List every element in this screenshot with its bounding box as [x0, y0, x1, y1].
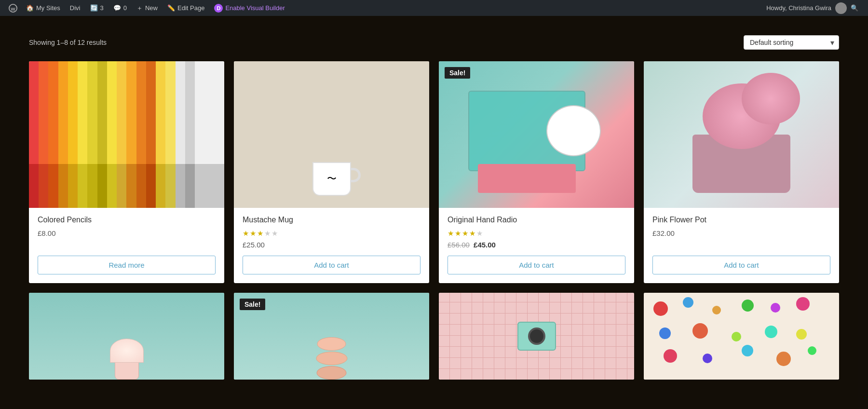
updates-icon: 🔄 — [90, 4, 98, 12]
product-info-original-hand-radio: Original Hand Radio ★ ★ ★ ★ ★ £56.00 £45… — [439, 208, 634, 283]
mug-handle — [351, 168, 361, 182]
search-icon[interactable]: 🔍 — [851, 4, 858, 12]
plus-icon: ＋ — [136, 4, 143, 13]
product-price-pink-flower-pot: £32.00 — [652, 229, 830, 237]
sort-select[interactable]: Default sorting Sort by popularity Sort … — [744, 35, 839, 50]
price-old: £56.00 — [448, 241, 470, 249]
product-card-vintage-camera — [439, 293, 634, 380]
divi-menu[interactable]: Divi — [65, 0, 85, 16]
buttons-image — [644, 293, 839, 380]
product-price-colored-pencils: £8.00 — [38, 229, 216, 237]
star-3: ★ — [257, 229, 263, 238]
product-title-original-hand-radio: Original Hand Radio — [448, 216, 625, 224]
star-2: ★ — [250, 229, 256, 238]
product-image-colored-pencils — [29, 61, 224, 208]
radio-image — [439, 61, 634, 208]
product-card-colorful-buttons — [644, 293, 839, 380]
product-price-mustache-mug: £25.00 — [243, 241, 420, 249]
product-grid: Colored Pencils £8.00 Read more 〜 — [29, 61, 839, 380]
visual-builder-button[interactable]: D Enable Visual Builder — [209, 0, 289, 16]
my-sites-label: My Sites — [36, 4, 60, 12]
content-area: Showing 1–8 of 12 results Default sortin… — [29, 35, 839, 380]
divi-label: Divi — [70, 4, 81, 12]
star-1: ★ — [243, 229, 249, 238]
new-menu[interactable]: ＋ New — [132, 0, 163, 16]
new-label: New — [145, 4, 158, 12]
sale-badge-macarons: Sale! — [240, 299, 265, 310]
price-sale: £45.00 — [474, 241, 496, 249]
svg-text:W: W — [11, 6, 15, 11]
star-4: ★ — [469, 229, 475, 238]
product-card-macarons: Sale! — [234, 293, 429, 380]
product-info-mustache-mug: Mustache Mug ★ ★ ★ ★ ★ £25.00 Add to car… — [234, 208, 429, 283]
results-count: Showing 1–8 of 12 results — [29, 39, 107, 46]
product-rating-mustache-mug: ★ ★ ★ ★ ★ — [243, 229, 420, 238]
read-more-button-colored-pencils[interactable]: Read more — [38, 256, 216, 274]
divi-d-icon: D — [214, 4, 223, 13]
mug-image: 〜 — [234, 61, 429, 208]
mug-shape: 〜 — [312, 162, 351, 196]
my-sites-menu[interactable]: 🏠 My Sites — [21, 0, 65, 16]
product-title-colored-pencils: Colored Pencils — [38, 216, 216, 224]
mug-mustache-icon: 〜 — [327, 172, 337, 185]
product-price-original-hand-radio: £56.00 £45.00 — [448, 241, 625, 249]
product-info-pink-flower-pot: Pink Flower Pot £32.00 Add to cart — [644, 208, 839, 283]
edit-page-label: Edit Page — [177, 4, 204, 12]
product-image-vintage-camera — [439, 293, 634, 380]
product-card-colored-pencils: Colored Pencils £8.00 Read more — [29, 61, 224, 283]
wp-logo-icon[interactable]: W — [5, 0, 21, 16]
page-wrapper: Showing 1–8 of 12 results Default sortin… — [0, 16, 868, 409]
pencil-icon: ✏️ — [167, 4, 175, 12]
add-to-cart-button-pink-flower-pot[interactable]: Add to cart — [652, 256, 830, 274]
add-to-cart-button-original-hand-radio[interactable]: Add to cart — [448, 256, 625, 274]
product-image-colorful-buttons — [644, 293, 839, 380]
comments-count: 0 — [123, 4, 127, 12]
edit-page-button[interactable]: ✏️ Edit Page — [163, 0, 209, 16]
product-image-original-hand-radio: Sale! — [439, 61, 634, 208]
product-image-macarons: Sale! — [234, 293, 429, 380]
home-icon: 🏠 — [26, 4, 34, 12]
star-2: ★ — [455, 229, 461, 238]
flower-image — [644, 61, 839, 208]
product-image-pink-flower-pot — [644, 61, 839, 208]
avatar — [835, 2, 847, 14]
product-rating-original-hand-radio: ★ ★ ★ ★ ★ — [448, 229, 625, 238]
product-card-mustache-mug: 〜 Mustache Mug ★ ★ ★ ★ ★ — [234, 61, 429, 283]
star-5: ★ — [271, 229, 278, 238]
admin-user-info: Howdy, Christina Gwira 🔍 — [766, 2, 863, 14]
updates-menu[interactable]: 🔄 3 — [85, 0, 108, 16]
updates-count: 3 — [100, 4, 104, 12]
admin-bar: W 🏠 My Sites Divi 🔄 3 💬 0 ＋ New ✏️ Edit … — [0, 0, 868, 16]
product-card-pink-flower-pot: Pink Flower Pot £32.00 Add to cart — [644, 61, 839, 283]
visual-builder-label: Enable Visual Builder — [225, 4, 285, 12]
add-to-cart-button-mustache-mug[interactable]: Add to cart — [243, 256, 420, 274]
sale-badge-radio: Sale! — [445, 67, 470, 79]
comments-menu[interactable]: 💬 0 — [108, 0, 132, 16]
product-card-cupcake — [29, 293, 224, 380]
star-4: ★ — [264, 229, 271, 238]
sort-wrapper: Default sorting Sort by popularity Sort … — [744, 35, 839, 50]
product-image-cupcake — [29, 293, 224, 380]
star-3: ★ — [462, 229, 468, 238]
shop-topbar: Showing 1–8 of 12 results Default sortin… — [29, 35, 839, 50]
user-greeting: Howdy, Christina Gwira — [766, 4, 831, 12]
star-1: ★ — [448, 229, 454, 238]
camera-image — [439, 293, 634, 380]
star-5: ★ — [476, 229, 483, 238]
pencils-image — [29, 61, 224, 208]
product-info-colored-pencils: Colored Pencils £8.00 Read more — [29, 208, 224, 283]
product-title-mustache-mug: Mustache Mug — [243, 216, 420, 224]
product-title-pink-flower-pot: Pink Flower Pot — [652, 216, 830, 224]
product-image-mustache-mug: 〜 — [234, 61, 429, 208]
comments-icon: 💬 — [113, 4, 121, 12]
product-card-original-hand-radio: Sale! Original Hand Radio ★ ★ ★ ★ ★ £56.… — [439, 61, 634, 283]
cupcake-image — [29, 293, 224, 380]
